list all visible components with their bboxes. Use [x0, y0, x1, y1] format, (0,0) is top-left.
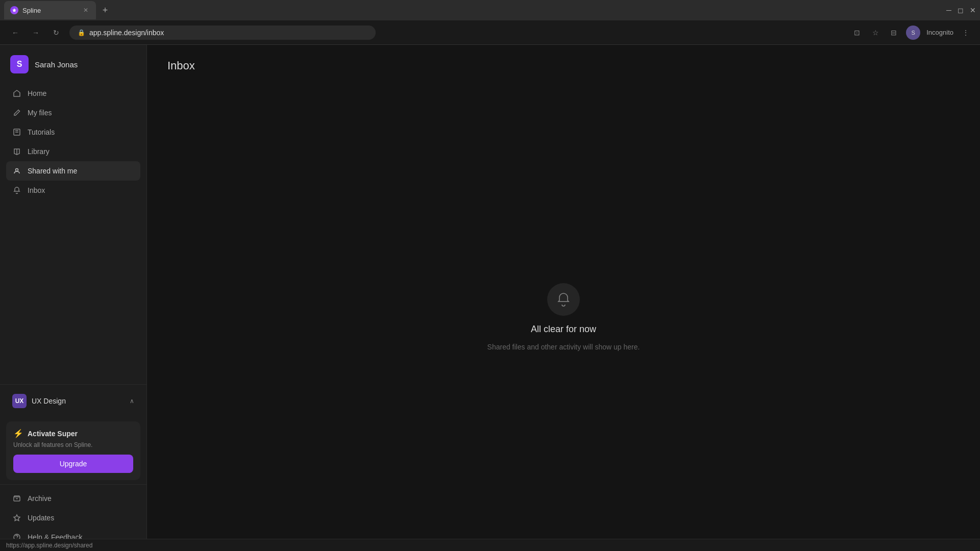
new-tab-button[interactable]: + [98, 3, 112, 17]
sidebar-item-shared-with-me-label: Shared with me [28, 167, 77, 175]
lightning-icon: ⚡ [13, 429, 23, 438]
incognito-label: Incognito [926, 29, 953, 36]
upgrade-button[interactable]: Upgrade [13, 455, 133, 473]
sidebar-item-archive-label: Archive [28, 494, 52, 503]
sidebar-item-my-files-label: My files [28, 109, 52, 117]
sidebar-item-home[interactable]: Home [6, 84, 140, 103]
svg-point-3 [16, 169, 18, 171]
empty-state-description: Shared files and other activity will sho… [487, 343, 640, 351]
sidebar-item-updates-label: Updates [28, 514, 54, 522]
app-container: S Sarah Jonas Home My file [0, 45, 980, 551]
window-controls: ─ ◻ ✕ [946, 6, 976, 14]
book-icon [12, 128, 21, 137]
sidebar-item-shared-with-me[interactable]: Shared with me [6, 161, 140, 181]
bookmark-icon[interactable]: ☆ [869, 27, 881, 39]
sidebar-item-inbox-label: Inbox [28, 186, 45, 194]
active-tab[interactable]: Spline ✕ [4, 1, 96, 19]
minimize-button[interactable]: ─ [946, 6, 951, 14]
url-text: app.spline.design/inbox [89, 29, 164, 37]
sidebar: S Sarah Jonas Home My file [0, 45, 147, 551]
team-name: UX Design [32, 397, 125, 405]
team-section: UX UX Design ∧ [0, 384, 146, 417]
home-icon [12, 89, 21, 98]
cast-icon[interactable]: ⊡ [851, 27, 863, 39]
team-avatar: UX [12, 394, 27, 408]
sidebar-item-archive[interactable]: Archive [6, 489, 140, 508]
empty-state: All clear for now Shared files and other… [147, 83, 980, 551]
book-open-icon [12, 147, 21, 156]
nav-section: Home My files Tutorial [0, 82, 146, 384]
maximize-button[interactable]: ◻ [958, 6, 964, 14]
bell-icon [12, 186, 21, 195]
status-url: https://app.spline.design/shared [6, 542, 92, 549]
lock-icon: 🔒 [78, 29, 85, 36]
tab-favicon [10, 6, 18, 14]
empty-state-title: All clear for now [531, 324, 596, 335]
empty-state-icon-container [547, 283, 580, 316]
tab-title: Spline [22, 7, 78, 14]
toolbar-icons: ⊡ ☆ ⊟ S Incognito ⋮ [851, 26, 972, 40]
bell-empty-icon [555, 291, 572, 308]
sidebar-item-my-files[interactable]: My files [6, 103, 140, 122]
menu-button[interactable]: ⋮ [960, 27, 972, 39]
sidebar-toggle-icon[interactable]: ⊟ [888, 27, 900, 39]
forward-button[interactable]: → [29, 26, 43, 40]
sidebar-item-library[interactable]: Library [6, 142, 140, 161]
avatar: S [10, 55, 29, 73]
sidebar-item-updates[interactable]: Updates [6, 508, 140, 528]
profile-button[interactable]: S [906, 26, 920, 40]
page-header: Inbox [147, 45, 980, 83]
upgrade-section: ⚡ Activate Super Unlock all features on … [6, 421, 140, 480]
back-button[interactable]: ← [8, 26, 22, 40]
sidebar-item-home-label: Home [28, 89, 46, 97]
user-name: Sarah Jonas [35, 60, 78, 69]
upgrade-header: ⚡ Activate Super [13, 429, 133, 438]
sidebar-item-tutorials-label: Tutorials [28, 128, 55, 136]
page-title: Inbox [167, 59, 960, 72]
pen-icon [12, 108, 21, 117]
chevron-up-icon: ∧ [130, 397, 134, 405]
tab-close-button[interactable]: ✕ [82, 6, 90, 14]
svg-marker-6 [14, 515, 20, 521]
close-window-button[interactable]: ✕ [970, 6, 976, 14]
sidebar-item-tutorials[interactable]: Tutorials [6, 122, 140, 142]
upgrade-title: Activate Super [28, 430, 78, 438]
user-circle-icon [12, 166, 21, 176]
archive-icon [12, 494, 21, 503]
status-bar: https://app.spline.design/shared [0, 539, 980, 551]
user-header: S Sarah Jonas [0, 45, 146, 82]
browser-chrome: Spline ✕ + ─ ◻ ✕ ← → ↻ 🔒 app.spline.desi… [0, 0, 980, 45]
star-icon [12, 513, 21, 522]
main-content: Inbox All clear for now Shared files and… [147, 45, 980, 551]
reload-button[interactable]: ↻ [49, 26, 63, 40]
url-bar[interactable]: 🔒 app.spline.design/inbox [69, 26, 376, 40]
sidebar-item-library-label: Library [28, 147, 50, 156]
tab-bar: Spline ✕ + ─ ◻ ✕ [0, 0, 980, 20]
upgrade-description: Unlock all features on Spline. [13, 441, 133, 448]
address-bar: ← → ↻ 🔒 app.spline.design/inbox ⊡ ☆ ⊟ S … [0, 20, 980, 45]
sidebar-item-inbox[interactable]: Inbox [6, 181, 140, 200]
team-header[interactable]: UX UX Design ∧ [6, 389, 140, 413]
